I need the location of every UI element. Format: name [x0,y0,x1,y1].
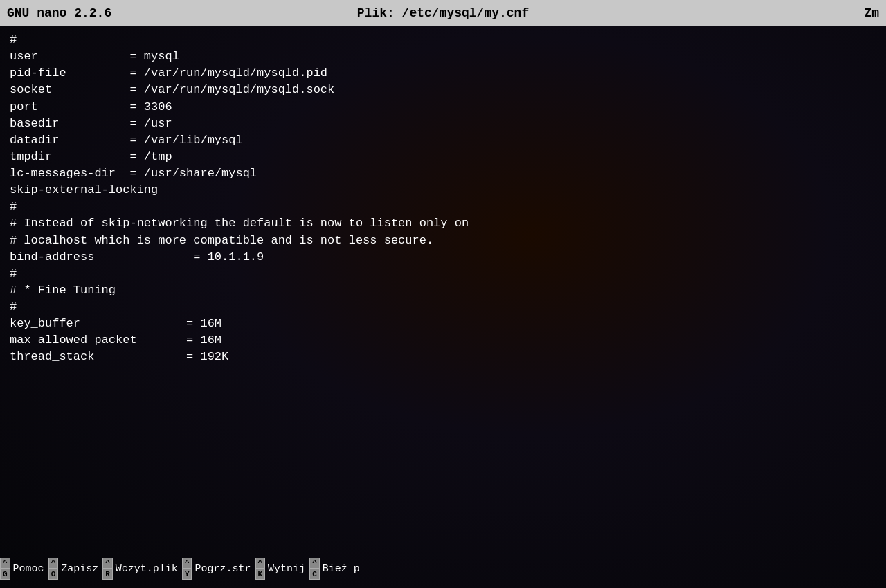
bottom-bar-item[interactable]: ^YPogrz.str [182,558,251,580]
bottom-bar-item[interactable]: ^OZapisz [48,558,99,580]
editor-line: tmpdir = /tmp [10,149,876,165]
top-bar: GNU nano 2.2.6 Plik: /etc/mysql/my.cnf Z… [0,0,886,26]
editor-line: # * Fine Tuning [10,282,876,299]
editor-line: # Instead of skip-networking the default… [10,215,876,232]
bottom-bar-item[interactable]: ^RWczyt.plik [102,558,178,580]
bottom-bar-item[interactable]: ^GPomoc [0,558,44,580]
bottom-label: Wytnij [268,563,305,575]
editor-line: # [10,32,876,48]
editor-line: bind-address = 10.1.1.9 [10,249,876,266]
editor-line: thread_stack = 192K [10,349,876,365]
top-bar-filename: Plik: /etc/mysql/my.cnf [357,6,529,20]
editor-line: # [10,199,876,215]
editor-line: basedir = /usr [10,116,876,132]
bottom-bar-item[interactable]: ^CBież p [309,558,360,580]
editor-line: lc-messages-dir = /usr/share/mysql [10,165,876,182]
bottom-bar-item[interactable]: ^KWytnij [255,558,306,580]
editor-line: datadir = /var/lib/mysql [10,132,876,149]
bottom-label: Wczyt.plik [116,563,178,575]
editor-line: skip-external-locking [10,182,876,199]
bottom-label: Pogrz.str [195,563,251,575]
bottom-label: Pomoc [13,563,44,575]
editor-line: # [10,266,876,282]
editor-line: key_buffer = 16M [10,315,876,332]
editor-line: # localhost which is more compatible and… [10,232,876,249]
editor-line: socket = /var/run/mysqld/mysqld.sock [10,82,876,98]
editor-line: port = 3306 [10,99,876,116]
editor-line: user = mysql [10,48,876,65]
bottom-label: Zapisz [61,563,98,575]
bottom-bar: ^GPomoc^OZapisz^RWczyt.plik^YPogrz.str^K… [0,552,886,588]
editor-line: max_allowed_packet = 16M [10,332,876,349]
editor-line: # [10,299,876,315]
bottom-label: Bież p [323,563,360,575]
terminal-screen: GNU nano 2.2.6 Plik: /etc/mysql/my.cnf Z… [0,0,886,588]
editor-content[interactable]: #user = mysqlpid-file = /var/run/mysqld/… [0,26,886,552]
editor-line: pid-file = /var/run/mysqld/mysqld.pid [10,65,876,82]
